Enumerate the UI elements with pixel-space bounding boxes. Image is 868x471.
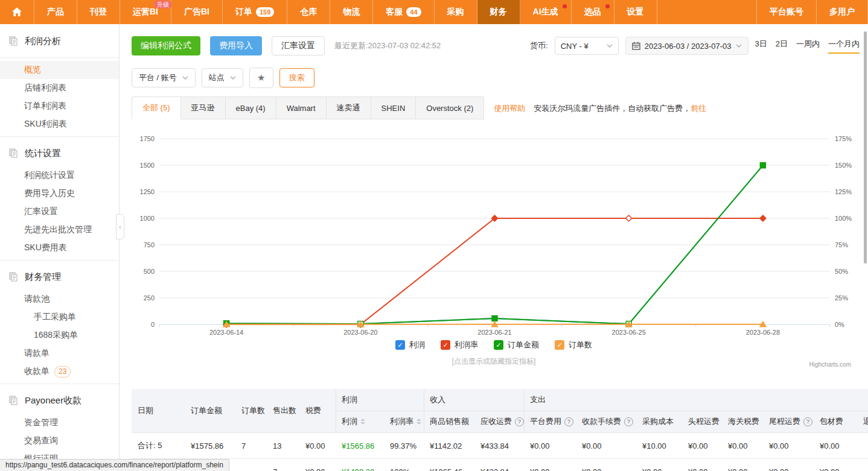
highcharts-credit[interactable]: Highcharts.com	[809, 361, 851, 368]
sidebar-section-payoneer[interactable]: Payoneer收款	[0, 387, 119, 414]
top-nav: 产品刊登运营BI升级广告BI订单159仓库物流客服44采购财务AI生成选品设置平…	[0, 0, 868, 24]
sidebar-item-fifo-batch-management[interactable]: 先进先出批次管理	[0, 221, 119, 239]
help-link[interactable]: 使用帮助	[494, 103, 525, 114]
nav-item-product-selection[interactable]: 选品	[572, 0, 614, 24]
cell-date: 合计: 5	[132, 433, 185, 458]
column-header-first-leg-shipping: 头程运费	[688, 411, 722, 432]
toolbar-right: 货币: CNY - ¥ 2023-06-03 / 2023-07-03 3日2日…	[530, 37, 860, 55]
nav-item-finance[interactable]: 财务	[477, 0, 520, 24]
nav-item-orders[interactable]: 订单159	[223, 0, 287, 24]
sidebar-item-order-profit-table[interactable]: 订单利润表	[0, 97, 119, 115]
column-header-clipped-col: 退	[863, 411, 868, 432]
tab-shein[interactable]: SHEIN	[371, 96, 416, 119]
column-header-profit[interactable]: 利润	[342, 411, 384, 432]
chevron-left-icon: ‹	[119, 224, 121, 230]
quick-range-一周内[interactable]: 一周内	[796, 39, 820, 54]
nav-item-settings[interactable]: 设置	[614, 0, 657, 24]
column-header-purchase-cost: 采购成本	[642, 411, 682, 432]
sidebar-section-profit-analysis[interactable]: 利润分析	[0, 28, 119, 54]
sidebar-item-overview[interactable]: 概览	[0, 61, 119, 79]
tab-aliexpress[interactable]: 速卖通	[327, 96, 371, 119]
svg-text:0%: 0%	[835, 321, 844, 328]
nav-item-warehouse[interactable]: 仓库	[287, 0, 330, 24]
tab-ebay[interactable]: eBay (4)	[226, 96, 276, 119]
help-icon[interactable]: ?	[564, 417, 573, 426]
favorite-filter-button[interactable]: ★	[249, 68, 273, 88]
nav-item-operation-bi[interactable]: 运营BI升级	[120, 0, 171, 24]
legend-item-订单数[interactable]: ✓订单数	[555, 340, 592, 350]
sidebar-item-profit-stat-settings[interactable]: 利润统计设置	[0, 166, 119, 185]
quick-range-2日[interactable]: 2日	[776, 39, 788, 54]
quick-range-3日[interactable]: 3日	[755, 39, 767, 54]
nav-item-listing[interactable]: 刊登	[77, 0, 120, 24]
nav-item-products[interactable]: 产品	[34, 0, 77, 24]
sidebar-section-finance-management[interactable]: 财务管理	[0, 264, 119, 290]
sidebar-collapse-handle[interactable]: ‹	[116, 214, 124, 239]
tab-walmart[interactable]: Walmart	[276, 96, 327, 119]
cell-packaging-fee: ¥0.00	[814, 459, 857, 471]
toolbar: 编辑利润公式 费用导入 汇率设置 最近更新:2023-07-03 02:42:5…	[132, 36, 441, 55]
sidebar-item-sku-profit-table[interactable]: SKU利润表	[0, 115, 119, 133]
sidebar-section-stat-settings[interactable]: 统计设置	[0, 140, 119, 166]
nav-item-home[interactable]	[0, 0, 34, 24]
column-label: 头程运费	[688, 416, 720, 427]
cell-first-leg-shipping: ¥0.00	[682, 459, 722, 471]
nav-item-platform-account[interactable]: 平台账号	[757, 0, 817, 24]
platform-account-dropdown[interactable]: 平台 / 账号	[132, 68, 196, 87]
sidebar-item-sku-fee-table[interactable]: SKU费用表	[0, 239, 119, 257]
site-label: 站点	[209, 72, 225, 83]
help-icon[interactable]: ?	[624, 417, 633, 426]
nav-item-ai-generate[interactable]: AI生成	[520, 0, 572, 24]
date-range-picker[interactable]: 2023-06-03 / 2023-07-03	[625, 37, 748, 55]
nav-item-ad-bi[interactable]: 广告BI	[171, 0, 223, 24]
legend-item-利润率[interactable]: ✓利润率	[441, 340, 478, 350]
sidebar-item-shop-profit-table[interactable]: 店铺利润表	[0, 79, 119, 97]
edit-profit-formula-button[interactable]: 编辑利润公式	[132, 36, 200, 55]
column-header-sold-count: 售出数	[273, 389, 299, 432]
nav-item-label: 运营BI	[133, 7, 158, 17]
cell-last-leg-shipping: ¥0.00	[763, 459, 814, 471]
nav-item-logistics[interactable]: 物流	[330, 0, 373, 24]
go-link[interactable]: 前往	[691, 103, 706, 114]
svg-text:750: 750	[144, 241, 155, 248]
quick-range-一个月内[interactable]: 一个月内	[828, 39, 860, 54]
sidebar-item-label: 汇率设置	[24, 206, 58, 217]
legend-label: 利润	[409, 340, 425, 350]
nav-item-multi-user[interactable]: 多用户	[817, 0, 868, 24]
legend-item-订单金额[interactable]: ✓订单金额	[494, 340, 539, 350]
header-divider	[336, 411, 868, 411]
svg-text:25%: 25%	[835, 294, 848, 302]
site-dropdown[interactable]: 站点	[202, 68, 243, 87]
sidebar-item-manual-purchase-order[interactable]: 手工采购单	[0, 308, 119, 326]
tab-amazon[interactable]: 亚马逊	[181, 96, 226, 119]
column-label: 包材费	[820, 416, 843, 427]
sidebar-item-exchange-rate-settings[interactable]: 汇率设置	[0, 203, 119, 221]
sidebar-item-fee-import-history[interactable]: 费用导入历史	[0, 185, 119, 203]
cell-tax: ¥0.00	[299, 459, 336, 471]
column-header-profit-rate[interactable]: 利润率	[390, 411, 424, 432]
tab-all[interactable]: 全部 (5)	[132, 96, 181, 119]
tab-overstock[interactable]: Overstock (2)	[416, 96, 484, 119]
help-icon[interactable]: ?	[515, 417, 524, 426]
cell-customs-tax: ¥0.00	[722, 459, 763, 471]
search-button[interactable]: 搜索	[279, 68, 314, 87]
scrollbar-thumb[interactable]	[864, 31, 867, 264]
currency-select[interactable]: CNY - ¥	[555, 37, 619, 55]
sidebar-item-payment-pool[interactable]: 请款池	[0, 290, 119, 308]
svg-text:150%: 150%	[835, 162, 852, 169]
fee-import-button[interactable]: 费用导入	[210, 36, 262, 55]
sidebar-item-1688-purchase-order[interactable]: 1688采购单	[0, 326, 119, 344]
column-header-product-sales: 商品销售额	[430, 411, 474, 432]
report-icon	[8, 148, 19, 159]
nav-item-customer-service[interactable]: 客服44	[373, 0, 434, 24]
sidebar-item-fund-management[interactable]: 资金管理	[0, 414, 119, 432]
cell-platform-fee: ¥0.00	[524, 459, 576, 471]
sidebar-item-transaction-query[interactable]: 交易查询	[0, 432, 119, 450]
column-header-receivable-shipping: 应收运费?	[480, 411, 524, 432]
legend-item-利润[interactable]: ✓利润	[395, 340, 425, 350]
nav-item-purchasing[interactable]: 采购	[435, 0, 477, 24]
sidebar-item-payment-request[interactable]: 请款单	[0, 344, 119, 362]
sidebar-item-receipt-note[interactable]: 收款单23	[0, 362, 119, 381]
help-icon[interactable]: ?	[803, 417, 812, 426]
exchange-rate-settings-button[interactable]: 汇率设置	[272, 36, 325, 55]
